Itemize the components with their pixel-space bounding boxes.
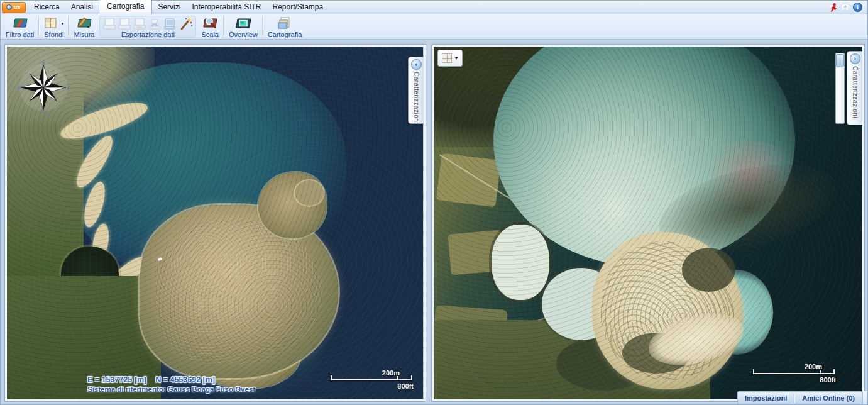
misura-button[interactable] <box>75 16 93 31</box>
cartografia-button[interactable] <box>277 16 293 31</box>
map-area: N E S W ‹ Caratterizzazioni E = 1537725 … <box>1 40 867 404</box>
right-map-panel: ▼ › Caratterizzazioni 200m 800ft <box>432 45 864 401</box>
toolbar-separator <box>68 16 69 37</box>
export-wms-button-disabled[interactable] <box>148 17 162 31</box>
export-screen-button[interactable] <box>163 17 177 31</box>
reference-system-label: Sistema di riferimento: Gauss Boaga Fuso… <box>87 385 255 394</box>
menu-item-analisi[interactable]: Analisi <box>65 1 99 14</box>
toolbar-group-misura: Misura <box>70 15 98 38</box>
right-map-surface[interactable]: ▼ › Caratterizzazioni 200m 800ft <box>434 47 862 399</box>
compass-w-label: W <box>18 86 22 90</box>
bottom-taskbar: Impostazioni Amici Online (0) <box>737 391 862 404</box>
menu-item-report-stampa[interactable]: Report/Stampa <box>267 1 329 14</box>
group-label-filtro-dati: Filtro dati <box>4 31 35 39</box>
compass-e-label: E <box>67 86 69 90</box>
scala-button[interactable] <box>201 16 219 31</box>
group-label-overview: Overview <box>228 31 259 39</box>
coordinate-east: E = 1537725 [m] <box>87 375 146 384</box>
taskbar-handle[interactable] <box>862 391 867 404</box>
globe-icon <box>6 4 12 10</box>
collapse-ribbon-icon[interactable]: ^ <box>842 4 849 11</box>
menu-item-ricerca[interactable]: Ricerca <box>28 1 65 14</box>
collapse-panel-right-icon[interactable]: › <box>850 53 860 64</box>
right-tab-label: Caratterizzazioni <box>852 66 859 118</box>
menubar-right: ^ i <box>828 3 867 13</box>
opacity-slider[interactable] <box>835 53 845 124</box>
right-caratterizzazioni-tab[interactable]: › Caratterizzazioni <box>847 51 862 125</box>
opacity-slider-thumb[interactable] <box>836 54 844 67</box>
toolbar-group-overview: Overview <box>225 15 261 38</box>
app-window: sitr Ricerca Analisi Cartografia Servizi… <box>0 0 868 405</box>
coordinate-north: N = 4553692 [m] <box>155 375 215 384</box>
coordinates-readout: E = 1537725 [m]N = 4553692 [m] Sistema d… <box>87 375 255 394</box>
layer-grid-icon <box>442 53 452 63</box>
sfondi-dropdown-icon[interactable]: ▼ <box>60 21 65 26</box>
toolbar-separator <box>223 16 224 37</box>
toolbar-separator <box>262 16 263 37</box>
menu-item-interoperabilita-sitr[interactable]: Interoperabilità SITR <box>186 1 266 14</box>
left-caratterizzazioni-tab[interactable]: ‹ Caratterizzazioni <box>408 57 424 124</box>
sfondi-button[interactable] <box>43 16 58 31</box>
compass-s-label: S <box>42 109 45 113</box>
group-label-misura: Misura <box>72 31 96 39</box>
ribbon-toolbar: Filtro dati ▼ Sfondi <box>1 14 867 40</box>
group-label-esportazione-dati: Esportazione dati <box>120 31 176 39</box>
filtro-dati-button[interactable] <box>11 16 29 31</box>
compass-rose-icon: N E S W <box>18 62 69 113</box>
menu-bar: sitr Ricerca Analisi Cartografia Servizi… <box>1 1 867 14</box>
overview-button[interactable] <box>234 16 252 31</box>
left-tab-label: Caratterizzazioni <box>413 72 420 124</box>
app-logo-button[interactable]: sitr <box>2 2 26 13</box>
collapse-panel-left-icon[interactable]: ‹ <box>411 59 422 70</box>
group-label-scala: Scala <box>200 31 220 39</box>
toolbar-group-sfondi: ▼ Sfondi <box>40 15 67 38</box>
amici-online-button[interactable]: Amici Online (0) <box>795 392 862 404</box>
group-label-cartografia: Cartografia <box>266 31 303 39</box>
menu-item-servizi[interactable]: Servizi <box>152 1 186 14</box>
layer-switcher-button[interactable]: ▼ <box>437 50 463 67</box>
toolbar-group-scala: Scala <box>197 15 222 38</box>
export-shape-button-disabled[interactable] <box>102 17 116 31</box>
compass-n-label: N <box>41 62 45 65</box>
toolbar-group-filtro-dati: Filtro dati <box>2 15 38 38</box>
layer-switcher-dropdown-icon: ▼ <box>454 56 459 60</box>
left-map-panel: N E S W ‹ Caratterizzazioni E = 1537725 … <box>5 45 426 401</box>
logout-icon[interactable] <box>828 3 838 13</box>
menu-item-cartografia[interactable]: Cartografia <box>99 0 152 14</box>
magic-wand-button[interactable] <box>178 17 193 31</box>
export-raster-button-disabled[interactable] <box>133 17 146 31</box>
toolbar-group-esportazione-dati: Esportazione dati <box>99 16 196 38</box>
toolbar-separator <box>38 16 40 37</box>
left-map-surface[interactable]: N E S W ‹ Caratterizzazioni E = 1537725 … <box>7 47 424 399</box>
info-icon[interactable]: i <box>853 3 862 12</box>
group-label-sfondi: Sfondi <box>43 31 65 39</box>
export-dwg-button-disabled[interactable] <box>118 17 131 31</box>
app-logo-label: sitr <box>13 4 21 10</box>
menu-items: Ricerca Analisi Cartografia Servizi Inte… <box>28 1 329 14</box>
toolbar-group-cartografia: Cartografia <box>264 15 305 38</box>
impostazioni-button[interactable]: Impostazioni <box>738 392 794 404</box>
